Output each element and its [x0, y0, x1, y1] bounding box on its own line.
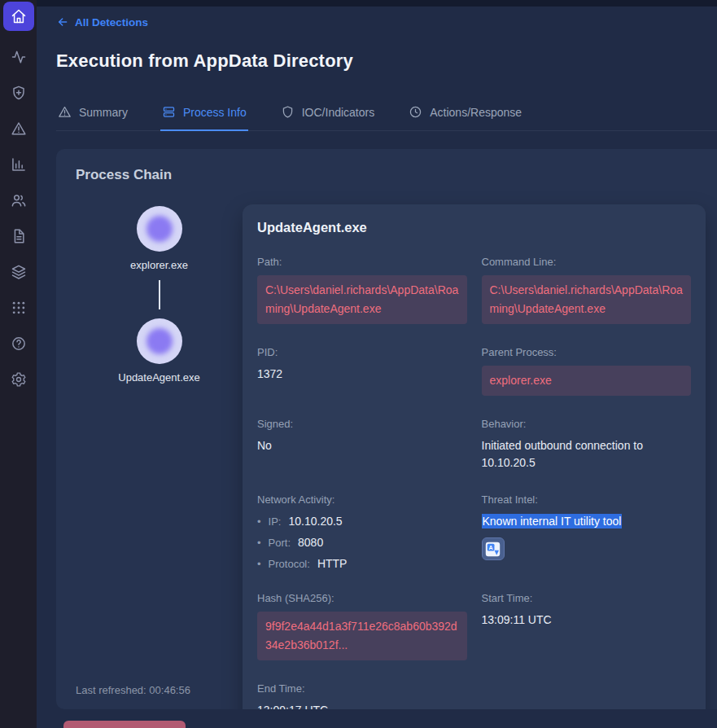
field-label: Behavior: — [482, 418, 692, 430]
field-label: PID: — [257, 346, 467, 358]
field-behavior: Behavior: Initiated outbound connection … — [482, 418, 692, 471]
main-content: All Detections Execution from AppData Di… — [37, 0, 717, 728]
process-detail-card: UpdateAgent.exe Path: C:\Users\daniel.ri… — [243, 204, 706, 709]
shield-icon — [281, 105, 295, 119]
hash-value: 9f9f2e4a44d1a3f711e26c8ab60b392d34e2b36b… — [257, 612, 467, 660]
command-line-value: C:\Users\daniel.richards\AppData\Roaming… — [482, 275, 692, 324]
tab-label: Summary — [79, 106, 128, 119]
tab-label: Process Info — [183, 106, 247, 119]
network-item-value: 8080 — [298, 536, 323, 549]
network-activity-list: • IP: 10.10.20.5 • Port: 8080 • — [257, 515, 467, 570]
tab-actions-response[interactable]: Actions/Response — [407, 96, 523, 131]
server-icon — [162, 105, 176, 119]
tab-bar: Summary Process Info IOC/Indicators Acti… — [56, 96, 717, 131]
bullet-icon: • — [257, 515, 261, 528]
tab-process-info[interactable]: Process Info — [160, 96, 248, 131]
field-command-line: Command Line: C:\Users\daniel.richards\A… — [482, 256, 692, 324]
back-link-label: All Detections — [75, 16, 148, 29]
network-item-port: • Port: 8080 — [257, 536, 467, 549]
process-node-glow — [146, 216, 173, 242]
process-node-glow — [146, 328, 173, 354]
behavior-value: Initiated outbound connection to 10.10.2… — [482, 437, 692, 471]
field-label: Path: — [257, 256, 467, 268]
network-item-protocol: • Protocol: HTTP — [257, 557, 467, 570]
field-path: Path: C:\Users\daniel.richards\AppData\R… — [257, 256, 467, 324]
network-item-label: Protocol: — [269, 558, 310, 570]
tab-label: IOC/Indicators — [302, 106, 374, 119]
sidebar-item-home[interactable] — [3, 2, 34, 31]
process-node-label: UpdateAgent.exe — [118, 371, 199, 384]
field-label: Signed: — [257, 418, 467, 430]
process-node-label: explorer.exe — [130, 259, 188, 271]
process-node-explorer[interactable] — [137, 206, 182, 252]
page-title: Execution from AppData Directory — [56, 50, 353, 72]
section-title: Process Chain — [76, 167, 709, 183]
field-signed: Signed: No — [257, 418, 467, 471]
bar-chart-icon[interactable] — [11, 156, 27, 173]
home-icon — [11, 8, 27, 24]
alert-triangle-icon[interactable] — [11, 121, 27, 137]
arrow-left-icon — [56, 15, 69, 29]
network-item-value: 10.10.20.5 — [288, 515, 342, 528]
bottom-partial-button[interactable] — [63, 721, 186, 728]
network-item-ip: • IP: 10.10.20.5 — [257, 515, 467, 528]
settings-icon[interactable] — [11, 371, 27, 388]
field-label: Start Time: — [482, 592, 692, 604]
clock-icon — [409, 105, 422, 119]
grid-dots-icon[interactable] — [11, 300, 27, 316]
field-label: Parent Process: — [482, 346, 692, 358]
network-item-value: HTTP — [317, 557, 348, 570]
svg-text:A: A — [489, 545, 493, 551]
alert-triangle-icon — [58, 105, 72, 119]
document-icon[interactable] — [11, 228, 27, 244]
tab-label: Actions/Response — [430, 106, 522, 119]
process-node-updateagent[interactable] — [137, 318, 182, 364]
back-to-all-detections-link[interactable]: All Detections — [56, 15, 148, 29]
network-item-label: IP: — [269, 515, 282, 528]
tab-summary[interactable]: Summary — [56, 96, 129, 131]
process-detail-fields: Path: C:\Users\daniel.richards\AppData\R… — [257, 256, 691, 709]
shield-plus-icon[interactable] — [11, 85, 27, 101]
parent-process-value: explorer.exe — [482, 366, 692, 396]
path-value: C:\Users\daniel.richards\AppData\Roaming… — [257, 275, 467, 324]
field-label: Threat Intel: — [482, 493, 692, 506]
field-end-time: End Time: 13:09:17 UTC — [257, 682, 467, 709]
translate-icon[interactable]: A — [482, 537, 505, 560]
network-item-label: Port: — [269, 537, 291, 549]
signed-value: No — [257, 437, 467, 454]
field-label: Command Line: — [482, 256, 692, 268]
layers-icon[interactable] — [11, 264, 27, 280]
field-start-time: Start Time: 13:09:11 UTC — [482, 592, 692, 660]
tab-ioc-indicators[interactable]: IOC/Indicators — [279, 96, 376, 131]
activity-icon[interactable] — [11, 49, 27, 65]
pid-value: 1372 — [257, 366, 467, 383]
process-chain-card: Process Chain explorer.exe UpdateAgent.e… — [56, 149, 717, 709]
start-time-value: 13:09:11 UTC — [482, 612, 692, 629]
bullet-icon: • — [257, 537, 261, 549]
chain-connector-line — [159, 280, 160, 309]
users-icon[interactable] — [11, 192, 27, 208]
end-time-value: 13:09:17 UTC — [257, 702, 467, 709]
process-detail-title: UpdateAgent.exe — [257, 220, 691, 235]
field-parent-process: Parent Process: explorer.exe — [482, 346, 692, 396]
field-hash: Hash (SHA256): 9f9f2e4a44d1a3f711e26c8ab… — [257, 592, 467, 660]
last-refreshed-status: Last refreshed: 00:46:56 — [76, 684, 190, 696]
field-threat-intel: Threat Intel: Known internal IT utility … — [482, 493, 692, 570]
field-label: Network Activity: — [257, 493, 467, 506]
field-pid: PID: 1372 — [257, 346, 467, 396]
field-label: End Time: — [257, 682, 467, 695]
bullet-icon: • — [257, 558, 261, 570]
top-strip — [37, 0, 717, 7]
sidebar — [0, 0, 37, 728]
process-chain-body: explorer.exe UpdateAgent.exe UpdateAgent… — [76, 204, 709, 709]
help-icon[interactable] — [11, 335, 27, 352]
process-chain-graph: explorer.exe UpdateAgent.exe — [76, 204, 243, 709]
field-network-activity: Network Activity: • IP: 10.10.20.5 • Por… — [257, 493, 467, 570]
field-label: Hash (SHA256): — [257, 592, 467, 604]
sidebar-nav — [11, 49, 27, 388]
threat-intel-value-selected-text: Known internal IT utility tool — [482, 514, 623, 528]
